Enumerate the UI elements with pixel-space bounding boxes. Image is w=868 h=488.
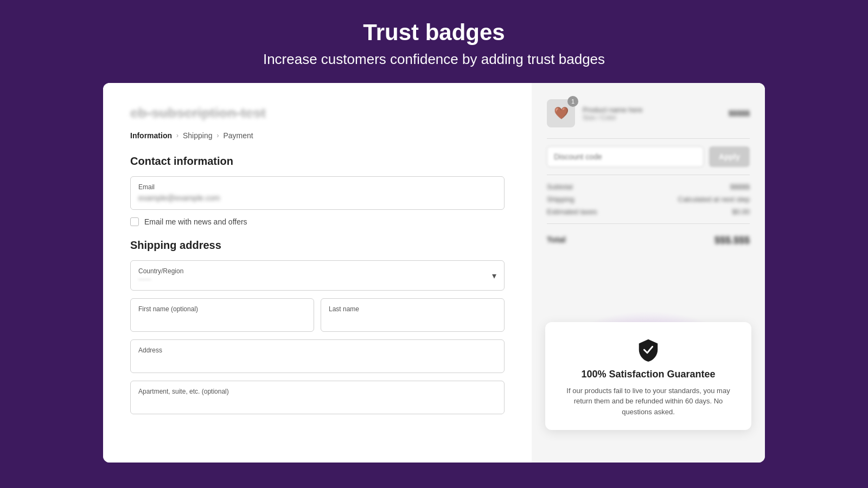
address-input[interactable] <box>138 357 496 365</box>
apt-label: Apartment, suite, etc. (optional) <box>138 388 496 395</box>
shipping-label: Shipping <box>547 195 575 203</box>
page-title: Trust badges <box>263 20 605 46</box>
divider-1 <box>547 138 750 139</box>
trust-badge-card: 100% Satisfaction Guarantee If our produ… <box>545 322 751 431</box>
trust-badge-description: If our products fail to live to your sta… <box>561 386 735 418</box>
taxes-row: Estimated taxes $0.00 <box>547 208 750 216</box>
total-value: $$$.$$$ <box>714 235 750 246</box>
shield-icon-wrap <box>561 337 735 362</box>
checkout-form-panel: cb-subscription-test Information › Shipp… <box>103 83 532 463</box>
newsletter-checkbox[interactable] <box>130 217 139 226</box>
total-row: Total $$$.$$$ <box>547 232 750 246</box>
email-input[interactable] <box>138 194 496 202</box>
taxes-value: $0.00 <box>732 208 750 216</box>
first-name-field: First name (optional) <box>130 298 314 332</box>
subtotal-row: Subtotal $$$$$ <box>547 183 750 191</box>
shipping-value: Calculated at next step <box>678 195 750 203</box>
address-field: Address <box>130 339 505 373</box>
divider-3 <box>547 223 750 224</box>
country-label: Country/Region <box>138 267 183 275</box>
order-item-info: Product name here Size / Color <box>583 106 721 121</box>
coupon-row: Apply <box>547 146 750 167</box>
breadcrumb-information[interactable]: Information <box>130 131 172 140</box>
heart-icon: 🤎 <box>554 106 569 120</box>
last-name-field: Last name <box>321 298 505 332</box>
breadcrumb-sep-2: › <box>217 132 219 139</box>
store-name: cb-subscription-test <box>130 105 505 121</box>
order-item-image: 🤎 1 <box>547 99 575 127</box>
newsletter-label: Email me with news and offers <box>144 217 247 226</box>
newsletter-checkbox-row: Email me with news and offers <box>130 217 505 226</box>
breadcrumb-shipping[interactable]: Shipping <box>183 131 213 140</box>
order-item-sub: Size / Color <box>583 114 721 121</box>
last-name-input[interactable] <box>329 316 496 324</box>
breadcrumb: Information › Shipping › Payment <box>130 131 505 140</box>
name-row: First name (optional) Last name <box>130 298 505 332</box>
chevron-down-icon: ▾ <box>492 271 496 281</box>
last-name-label: Last name <box>329 305 496 313</box>
apt-field: Apartment, suite, etc. (optional) <box>130 381 505 414</box>
page-header: Trust badges Increase customers confiden… <box>252 0 616 83</box>
subtotal-value: $$$$$ <box>730 183 750 191</box>
country-select-inner: Country/Region ----- <box>138 267 183 284</box>
page-subtitle: Increase customers confidence by adding … <box>263 51 605 68</box>
order-item-name: Product name here <box>583 106 721 114</box>
trust-badge-title: 100% Satisfaction Guarantee <box>561 369 735 380</box>
address-label: Address <box>138 346 496 354</box>
item-quantity-badge: 1 <box>567 96 578 107</box>
apply-coupon-button[interactable]: Apply <box>709 146 750 167</box>
order-item: 🤎 1 Product name here Size / Color $$$$$ <box>547 99 750 127</box>
email-field-container: Email <box>130 176 505 210</box>
email-label: Email <box>138 183 496 191</box>
divider-2 <box>547 175 750 175</box>
breadcrumb-payment[interactable]: Payment <box>224 131 253 140</box>
shipping-row: Shipping Calculated at next step <box>547 195 750 203</box>
country-select[interactable]: Country/Region ----- ▾ <box>130 260 505 291</box>
order-item-price: $$$$$ <box>729 109 750 118</box>
order-summary-panel: 🤎 1 Product name here Size / Color $$$$$… <box>532 83 765 463</box>
first-name-label: First name (optional) <box>138 305 306 313</box>
contact-section-title: Contact information <box>130 155 505 168</box>
main-container: cb-subscription-test Information › Shipp… <box>103 83 765 463</box>
first-name-input[interactable] <box>138 316 306 324</box>
country-value: ----- <box>138 275 183 284</box>
breadcrumb-sep-1: › <box>176 132 178 139</box>
shipping-section-title: Shipping address <box>130 239 505 252</box>
shield-check-icon <box>636 337 661 362</box>
subtotal-label: Subtotal <box>547 183 573 191</box>
apt-input[interactable] <box>138 398 496 407</box>
total-label: Total <box>547 235 566 246</box>
taxes-label: Estimated taxes <box>547 208 597 216</box>
coupon-input[interactable] <box>547 146 704 167</box>
